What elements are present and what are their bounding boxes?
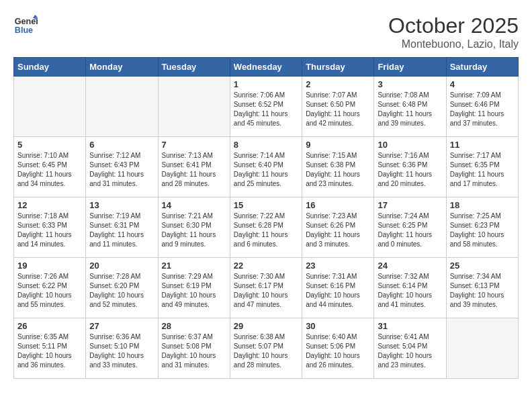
day-cell: 9Sunrise: 7:15 AM Sunset: 6:38 PM Daylig… bbox=[302, 137, 374, 197]
day-cell: 12Sunrise: 7:18 AM Sunset: 6:33 PM Dayli… bbox=[14, 197, 86, 258]
day-cell: 10Sunrise: 7:16 AM Sunset: 6:36 PM Dayli… bbox=[374, 137, 446, 197]
day-number: 16 bbox=[306, 200, 370, 210]
day-number: 24 bbox=[378, 261, 442, 271]
week-row-1: 1Sunrise: 7:06 AM Sunset: 6:52 PM Daylig… bbox=[14, 77, 519, 137]
day-info: Sunrise: 7:21 AM Sunset: 6:30 PM Dayligh… bbox=[162, 212, 226, 249]
day-number: 26 bbox=[17, 321, 82, 331]
day-info: Sunrise: 7:12 AM Sunset: 6:43 PM Dayligh… bbox=[89, 151, 154, 189]
day-cell: 14Sunrise: 7:21 AM Sunset: 6:30 PM Dayli… bbox=[158, 197, 230, 258]
day-cell: 21Sunrise: 7:29 AM Sunset: 6:19 PM Dayli… bbox=[158, 258, 230, 318]
day-cell bbox=[158, 77, 230, 137]
day-info: Sunrise: 7:24 AM Sunset: 6:25 PM Dayligh… bbox=[378, 212, 442, 249]
day-number: 15 bbox=[234, 200, 298, 210]
day-number: 19 bbox=[17, 261, 82, 271]
day-cell: 13Sunrise: 7:19 AM Sunset: 6:31 PM Dayli… bbox=[86, 197, 158, 258]
calendar-table: SundayMondayTuesdayWednesdayThursdayFrid… bbox=[13, 57, 519, 379]
day-cell: 17Sunrise: 7:24 AM Sunset: 6:25 PM Dayli… bbox=[374, 197, 446, 258]
day-cell: 1Sunrise: 7:06 AM Sunset: 6:52 PM Daylig… bbox=[230, 77, 302, 137]
col-header-wednesday: Wednesday bbox=[230, 58, 302, 77]
day-cell: 30Sunrise: 6:40 AM Sunset: 5:06 PM Dayli… bbox=[302, 318, 374, 379]
day-number: 9 bbox=[306, 140, 370, 150]
day-number: 7 bbox=[162, 140, 226, 150]
col-header-friday: Friday bbox=[374, 58, 446, 77]
day-info: Sunrise: 6:35 AM Sunset: 5:11 PM Dayligh… bbox=[17, 332, 82, 370]
day-info: Sunrise: 7:19 AM Sunset: 6:31 PM Dayligh… bbox=[89, 212, 154, 249]
day-cell: 2Sunrise: 7:07 AM Sunset: 6:50 PM Daylig… bbox=[302, 77, 374, 137]
day-info: Sunrise: 7:25 AM Sunset: 6:23 PM Dayligh… bbox=[450, 212, 515, 249]
day-cell bbox=[446, 318, 518, 379]
day-number: 10 bbox=[378, 140, 442, 150]
day-cell bbox=[86, 77, 158, 137]
day-number: 13 bbox=[89, 200, 154, 210]
day-info: Sunrise: 7:26 AM Sunset: 6:22 PM Dayligh… bbox=[17, 272, 82, 310]
day-info: Sunrise: 7:08 AM Sunset: 6:48 PM Dayligh… bbox=[378, 91, 442, 128]
day-number: 8 bbox=[234, 140, 298, 150]
col-header-monday: Monday bbox=[86, 58, 158, 77]
day-cell: 4Sunrise: 7:09 AM Sunset: 6:46 PM Daylig… bbox=[446, 77, 518, 137]
day-cell: 16Sunrise: 7:23 AM Sunset: 6:26 PM Dayli… bbox=[302, 197, 374, 258]
day-cell: 26Sunrise: 6:35 AM Sunset: 5:11 PM Dayli… bbox=[14, 318, 86, 379]
day-cell: 7Sunrise: 7:13 AM Sunset: 6:41 PM Daylig… bbox=[158, 137, 230, 197]
day-info: Sunrise: 6:36 AM Sunset: 5:10 PM Dayligh… bbox=[89, 332, 154, 370]
week-row-4: 19Sunrise: 7:26 AM Sunset: 6:22 PM Dayli… bbox=[14, 258, 519, 318]
day-info: Sunrise: 7:16 AM Sunset: 6:36 PM Dayligh… bbox=[378, 151, 442, 189]
day-number: 6 bbox=[89, 140, 154, 150]
day-number: 27 bbox=[89, 321, 154, 331]
month-title: October 2025 bbox=[388, 13, 519, 38]
day-number: 28 bbox=[162, 321, 226, 331]
day-cell: 6Sunrise: 7:12 AM Sunset: 6:43 PM Daylig… bbox=[86, 137, 158, 197]
day-info: Sunrise: 7:30 AM Sunset: 6:17 PM Dayligh… bbox=[234, 272, 298, 310]
day-cell: 29Sunrise: 6:38 AM Sunset: 5:07 PM Dayli… bbox=[230, 318, 302, 379]
week-row-2: 5Sunrise: 7:10 AM Sunset: 6:45 PM Daylig… bbox=[14, 137, 519, 197]
day-number: 31 bbox=[378, 321, 442, 331]
day-number: 20 bbox=[89, 261, 154, 271]
day-cell: 23Sunrise: 7:31 AM Sunset: 6:16 PM Dayli… bbox=[302, 258, 374, 318]
day-number: 14 bbox=[162, 200, 226, 210]
day-info: Sunrise: 7:34 AM Sunset: 6:13 PM Dayligh… bbox=[450, 272, 515, 310]
day-info: Sunrise: 7:14 AM Sunset: 6:40 PM Dayligh… bbox=[234, 151, 298, 189]
day-cell: 19Sunrise: 7:26 AM Sunset: 6:22 PM Dayli… bbox=[14, 258, 86, 318]
day-info: Sunrise: 7:31 AM Sunset: 6:16 PM Dayligh… bbox=[306, 272, 370, 310]
day-info: Sunrise: 7:13 AM Sunset: 6:41 PM Dayligh… bbox=[162, 151, 226, 189]
day-cell: 8Sunrise: 7:14 AM Sunset: 6:40 PM Daylig… bbox=[230, 137, 302, 197]
day-info: Sunrise: 7:15 AM Sunset: 6:38 PM Dayligh… bbox=[306, 151, 370, 189]
day-info: Sunrise: 7:32 AM Sunset: 6:14 PM Dayligh… bbox=[378, 272, 442, 310]
day-cell: 28Sunrise: 6:37 AM Sunset: 5:08 PM Dayli… bbox=[158, 318, 230, 379]
day-info: Sunrise: 6:41 AM Sunset: 5:04 PM Dayligh… bbox=[378, 332, 442, 370]
day-number: 5 bbox=[17, 140, 82, 150]
day-number: 18 bbox=[450, 200, 515, 210]
day-number: 12 bbox=[17, 200, 82, 210]
day-cell: 25Sunrise: 7:34 AM Sunset: 6:13 PM Dayli… bbox=[446, 258, 518, 318]
location-subtitle: Montebuono, Lazio, Italy bbox=[388, 38, 519, 50]
day-info: Sunrise: 7:22 AM Sunset: 6:28 PM Dayligh… bbox=[234, 212, 298, 249]
day-cell: 5Sunrise: 7:10 AM Sunset: 6:45 PM Daylig… bbox=[14, 137, 86, 197]
svg-text:Blue: Blue bbox=[15, 26, 33, 35]
day-info: Sunrise: 7:29 AM Sunset: 6:19 PM Dayligh… bbox=[162, 272, 226, 310]
day-cell: 22Sunrise: 7:30 AM Sunset: 6:17 PM Dayli… bbox=[230, 258, 302, 318]
day-number: 11 bbox=[450, 140, 515, 150]
day-number: 3 bbox=[378, 79, 442, 89]
day-info: Sunrise: 7:07 AM Sunset: 6:50 PM Dayligh… bbox=[306, 91, 370, 128]
day-info: Sunrise: 6:38 AM Sunset: 5:07 PM Dayligh… bbox=[234, 332, 298, 370]
day-cell: 20Sunrise: 7:28 AM Sunset: 6:20 PM Dayli… bbox=[86, 258, 158, 318]
day-cell: 3Sunrise: 7:08 AM Sunset: 6:48 PM Daylig… bbox=[374, 77, 446, 137]
day-info: Sunrise: 7:06 AM Sunset: 6:52 PM Dayligh… bbox=[234, 91, 298, 128]
col-header-sunday: Sunday bbox=[14, 58, 86, 77]
title-block: October 2025 Montebuono, Lazio, Italy bbox=[388, 13, 519, 50]
day-number: 2 bbox=[306, 79, 370, 89]
day-info: Sunrise: 7:23 AM Sunset: 6:26 PM Dayligh… bbox=[306, 212, 370, 249]
page-header: General Blue October 2025 Montebuono, La… bbox=[13, 13, 519, 50]
day-info: Sunrise: 7:10 AM Sunset: 6:45 PM Dayligh… bbox=[17, 151, 82, 189]
day-number: 17 bbox=[378, 200, 442, 210]
day-info: Sunrise: 7:09 AM Sunset: 6:46 PM Dayligh… bbox=[450, 91, 515, 128]
day-info: Sunrise: 6:37 AM Sunset: 5:08 PM Dayligh… bbox=[162, 332, 226, 370]
week-row-5: 26Sunrise: 6:35 AM Sunset: 5:11 PM Dayli… bbox=[14, 318, 519, 379]
day-cell: 24Sunrise: 7:32 AM Sunset: 6:14 PM Dayli… bbox=[374, 258, 446, 318]
logo-icon: General Blue bbox=[13, 13, 38, 38]
day-info: Sunrise: 7:18 AM Sunset: 6:33 PM Dayligh… bbox=[17, 212, 82, 249]
day-number: 22 bbox=[234, 261, 298, 271]
col-header-thursday: Thursday bbox=[302, 58, 374, 77]
day-cell: 27Sunrise: 6:36 AM Sunset: 5:10 PM Dayli… bbox=[86, 318, 158, 379]
col-header-saturday: Saturday bbox=[446, 58, 518, 77]
day-cell: 18Sunrise: 7:25 AM Sunset: 6:23 PM Dayli… bbox=[446, 197, 518, 258]
